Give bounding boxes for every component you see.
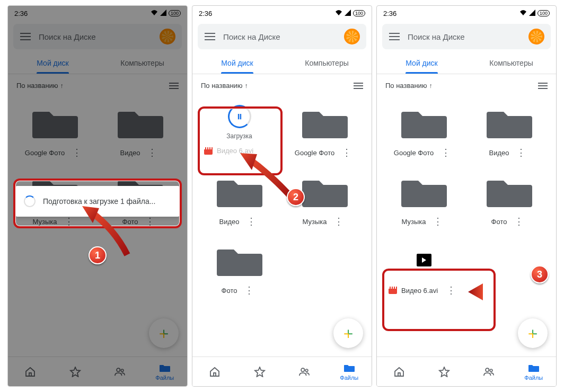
folder-item[interactable]: Google Фото⋮: [382, 97, 465, 164]
nav-shared[interactable]: [282, 357, 327, 386]
star-icon: [254, 367, 266, 377]
home-icon: [209, 367, 221, 377]
folder-label: Google Фото: [394, 149, 434, 157]
nav-files[interactable]: Файлы: [512, 357, 557, 386]
sort-arrow-icon: ↑: [245, 82, 248, 90]
nav-starred[interactable]: [237, 357, 283, 386]
upload-snackbar: Подготовка к загрузке 1 файла...: [15, 186, 180, 217]
battery-icon: 100: [537, 10, 550, 16]
step-badge-2: 2: [287, 188, 305, 206]
file-grid: ⏸ Загрузка Видео 6.avi Google Фото⋮ Виде…: [192, 97, 372, 301]
uploading-item[interactable]: ⏸ Загрузка Видео 6.avi: [198, 97, 281, 164]
tab-computers[interactable]: Компьютеры: [466, 52, 556, 74]
nav-starred[interactable]: [422, 357, 467, 386]
signal-icon: [529, 10, 535, 17]
folder-label: Google Фото: [295, 149, 334, 157]
status-icons: 100: [519, 10, 550, 17]
plus-icon: ＋: [525, 323, 541, 344]
status-icons: 100: [335, 10, 365, 17]
folder-item[interactable]: Музыка⋮: [382, 166, 465, 233]
more-icon[interactable]: ⋮: [430, 216, 446, 227]
view-toggle-icon[interactable]: [538, 83, 548, 89]
upload-progress-icon[interactable]: ⏸: [228, 105, 251, 128]
wifi-icon: [335, 10, 342, 17]
video-file-item[interactable]: Видео 6.avi ⋮: [382, 235, 465, 301]
phone-screen-1: 2:36 100 Поиск на Диске Мой диск Компьют…: [7, 5, 188, 387]
folder-item[interactable]: Google Фото⋮: [283, 97, 366, 164]
spinner-icon: [24, 195, 36, 207]
search-placeholder: Поиск на Диске: [408, 32, 521, 41]
status-time: 2:36: [199, 10, 212, 17]
more-icon[interactable]: ⋮: [443, 284, 459, 296]
menu-icon[interactable]: [389, 31, 400, 42]
more-icon[interactable]: ⋮: [243, 216, 259, 227]
status-bar: 2:36 100: [377, 6, 556, 21]
more-icon[interactable]: ⋮: [331, 216, 347, 227]
menu-icon[interactable]: [204, 31, 216, 42]
folder-icon: [528, 363, 540, 373]
more-icon[interactable]: ⋮: [241, 284, 257, 296]
svg-point-4: [486, 368, 489, 371]
search-bar[interactable]: Поиск на Диске: [382, 24, 551, 49]
folder-icon: [343, 363, 355, 373]
tabs: Мой диск Компьютеры: [377, 52, 556, 74]
bottom-nav: Файлы: [192, 357, 372, 386]
folder-item[interactable]: Фото⋮: [198, 235, 281, 301]
more-icon[interactable]: ⋮: [511, 216, 527, 227]
upload-filename: Видео 6.avi: [217, 147, 253, 155]
wifi-icon: [519, 10, 527, 17]
more-icon[interactable]: ⋮: [339, 147, 355, 158]
file-label: Видео 6.avi: [401, 287, 438, 295]
folder-item[interactable]: Видео⋮: [198, 166, 281, 233]
status-time: 2:36: [383, 10, 396, 17]
signal-icon: [345, 10, 351, 17]
fab-add[interactable]: ＋: [518, 318, 548, 348]
people-icon: [483, 367, 495, 377]
folder-label: Музыка: [303, 218, 327, 226]
tab-my-drive[interactable]: Мой диск: [192, 52, 282, 74]
more-icon[interactable]: ⋮: [438, 147, 454, 158]
bottom-nav: Файлы: [377, 357, 556, 386]
upload-status-label: Загрузка: [226, 132, 252, 140]
people-icon: [298, 367, 310, 377]
nav-shared[interactable]: [466, 357, 512, 386]
step-badge-3: 3: [531, 265, 549, 283]
snackbar-text: Подготовка к загрузке 1 файла...: [43, 197, 155, 206]
view-toggle-icon[interactable]: [354, 83, 363, 89]
sort-label: По названию: [201, 82, 243, 90]
folder-item[interactable]: Видео⋮: [468, 97, 551, 164]
folder-item[interactable]: Фото⋮: [468, 166, 551, 233]
home-icon: [393, 367, 405, 377]
star-icon: [438, 367, 450, 377]
search-bar[interactable]: Поиск на Диске: [198, 24, 366, 49]
video-thumb-icon: [417, 254, 431, 266]
nav-home[interactable]: [377, 357, 422, 386]
file-grid: Google Фото⋮ Видео⋮ Музыка⋮ Фото⋮ Видео …: [377, 97, 556, 301]
folder-label: Музыка: [402, 218, 426, 226]
plus-icon: ＋: [340, 323, 356, 344]
nav-files-label: Файлы: [340, 375, 358, 381]
sort-row[interactable]: По названию↑: [377, 74, 556, 97]
fab-add[interactable]: ＋: [333, 318, 363, 348]
folder-label: Видео: [489, 149, 509, 157]
nav-files[interactable]: Файлы: [327, 357, 372, 386]
sort-row[interactable]: По названию↑: [192, 74, 372, 97]
phone-screen-2: 2:36 100 Поиск на Диске Мой диск Компьют…: [192, 5, 372, 387]
svg-point-5: [490, 369, 493, 371]
tab-my-drive[interactable]: Мой диск: [377, 52, 466, 74]
battery-icon: 100: [353, 10, 365, 16]
pause-icon: ⏸: [236, 112, 243, 121]
status-bar: 2:36 100: [192, 6, 372, 21]
svg-point-2: [301, 368, 304, 371]
folder-label: Видео: [219, 218, 240, 226]
avatar[interactable]: [344, 29, 360, 44]
video-file-icon: [204, 147, 213, 155]
tab-computers[interactable]: Компьютеры: [282, 52, 372, 74]
step-badge-1: 1: [89, 246, 107, 264]
nav-home[interactable]: [192, 357, 237, 386]
avatar[interactable]: [528, 29, 544, 44]
nav-files-label: Файлы: [524, 375, 543, 381]
more-icon[interactable]: ⋮: [513, 147, 529, 158]
tabs: Мой диск Компьютеры: [192, 52, 372, 74]
folder-label: Фото: [222, 287, 237, 295]
